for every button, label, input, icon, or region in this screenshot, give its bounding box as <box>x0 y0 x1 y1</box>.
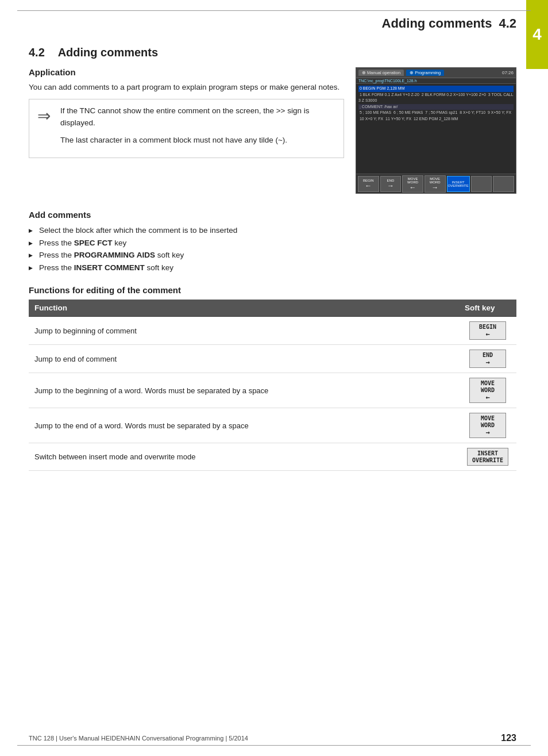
table-row: Jump to end of comment END → <box>29 345 516 373</box>
screen-softkey-insert[interactable]: INSERTOVERWRITE <box>447 176 470 192</box>
softkey-begin: BEGIN ← <box>469 321 506 340</box>
add-comments-list: Select the block after which the comment… <box>29 224 516 274</box>
list-item-1: Select the block after which the comment… <box>29 224 516 237</box>
page-border-bottom <box>17 745 531 746</box>
code-line: 5 ; 100 ME FMAS <box>358 110 391 114</box>
list-item-4: Press the INSERT COMMENT soft key <box>29 262 516 274</box>
footer-text: TNC 128 | User's Manual HEIDENHAIN Conve… <box>29 735 248 742</box>
functions-section: Functions for editing of the comment Fun… <box>29 285 516 471</box>
page-header: Adding comments 4.2 <box>29 16 516 31</box>
softkey-cell-2: END → <box>459 345 516 373</box>
code-line: 1 BLK FORM 0.1 Z Ax4 Y+0 Z-20 <box>358 93 419 97</box>
function-desc-3: Jump to the beginning of a word. Words m… <box>29 373 459 408</box>
footer-page: 123 <box>501 733 516 743</box>
screen-tab-manual: ⊕ Manual operation <box>358 70 404 76</box>
application-section: Application You can add comments to a pa… <box>29 67 516 194</box>
softkey-begin-label: BEGIN <box>479 324 496 330</box>
softkey-begin-arrow: ← <box>485 331 489 337</box>
screen-softkey-empty2 <box>493 176 514 192</box>
screen-softkey-moveword-left[interactable]: MOVEWORD← <box>402 175 423 193</box>
function-desc-5: Switch between insert mode and overwrite… <box>29 443 459 471</box>
screen-tab-programming: ⊕ Programming <box>406 70 444 76</box>
screen-softkey-end[interactable]: END→ <box>380 176 402 192</box>
screen-softkey-moveword-right[interactable]: MOVEWORD→ <box>424 175 446 193</box>
code-line: 7 ; 50 FMAS sp21 <box>424 110 457 114</box>
softkey-end-label: END <box>483 352 493 358</box>
header-section: 4.2 <box>499 16 516 31</box>
code-line: 11 Y+50 Y; FX <box>384 117 411 121</box>
col-softkey: Soft key <box>459 300 516 317</box>
spec-fct-label: SPEC FCT <box>74 239 113 247</box>
table-header-row: Function Soft key <box>29 300 516 317</box>
softkey-move-label2: MOVE <box>481 415 495 421</box>
softkey-move-label: MOVE <box>481 380 495 386</box>
code-line: 10 X+0 Y; FX <box>358 117 383 121</box>
add-comments-section: Add comments Select the block after whic… <box>29 210 516 274</box>
function-desc-4: Jump to the end of a word. Words must be… <box>29 408 459 443</box>
note-arrow-icon: ⇒ <box>37 105 53 152</box>
screen-code: 0 BEGIN PGM 2,128 MM 1 BLK FORM 0.1 Z Ax… <box>356 84 516 159</box>
code-line: 8 X+0 Y; FT10 <box>458 110 485 114</box>
application-heading: Application <box>29 67 344 77</box>
section-number: 4.2 <box>29 46 45 59</box>
header-title: Adding comments <box>382 16 492 31</box>
softkey-overwrite-label: OVERWRITE <box>472 457 503 463</box>
screen-simulation: ⊕ Manual operation ⊕ Programming 07:26 T… <box>356 67 516 194</box>
softkey-moveword-left-arrow: ← <box>485 394 489 401</box>
softkey-word-label2: WORD <box>481 422 495 428</box>
functions-heading: Functions for editing of the comment <box>29 285 516 295</box>
functions-table: Function Soft key Jump to beginning of c… <box>29 300 516 471</box>
softkey-moveword-right: MOVE WORD → <box>469 413 506 438</box>
screen-softkey-begin[interactable]: BEGIN← <box>358 176 379 192</box>
note-box: ⇒ If the TNC cannot show the entire comm… <box>29 99 344 158</box>
note-line2: The last character in a comment block mu… <box>60 135 335 146</box>
function-desc-2: Jump to end of comment <box>29 345 459 373</box>
softkey-cell-5: INSERT OVERWRITE <box>459 443 516 471</box>
screen-softkey-empty1 <box>471 176 492 192</box>
softkey-end-arrow: → <box>485 359 489 366</box>
code-line: 12 END PGM 2_128 MM <box>412 117 458 121</box>
application-paragraph: You can add comments to a part program t… <box>29 82 344 93</box>
softkey-cell-1: BEGIN ← <box>459 317 516 345</box>
section-title: Adding comments <box>58 46 158 59</box>
chapter-number: 4 <box>532 25 542 44</box>
page-border-top <box>17 10 531 11</box>
section-heading: 4.2 Adding comments <box>29 46 516 59</box>
code-line-selected: 0 BEGIN PGM 2,128 MM <box>358 86 514 92</box>
page-footer: TNC 128 | User's Manual HEIDENHAIN Conve… <box>29 733 516 743</box>
table-row: Jump to the beginning of a word. Words m… <box>29 373 516 408</box>
col-function: Function <box>29 300 459 317</box>
screen-footer: BEGIN← END→ MOVEWORD← MOVEWORD→ INSERTOV… <box>356 174 516 193</box>
application-text: Application You can add comments to a pa… <box>29 67 344 194</box>
code-line: 2 BLK FORM 0.2 X+100 Y+100 Z+0 <box>420 93 486 97</box>
softkey-end: END → <box>469 350 506 368</box>
list-item-3: Press the PROGRAMMING AIDS soft key <box>29 249 516 262</box>
code-line: 6 ; 50 ME FMAS <box>392 110 423 114</box>
softkey-cell-4: MOVE WORD → <box>459 408 516 443</box>
content-area: 4.2 Adding comments Application You can … <box>29 46 516 471</box>
table-row: Switch between insert mode and overwrite… <box>29 443 516 471</box>
softkey-moveword-left: MOVE WORD ← <box>469 378 506 403</box>
softkey-insert-overwrite: INSERT OVERWRITE <box>467 448 508 466</box>
screen-path: TNC:\nc_prog\TNC100LE_128.h <box>356 78 516 84</box>
softkey-insert-label: INSERT <box>477 450 498 456</box>
code-line-comment: ; COMMENT: /hax ar/ <box>358 104 514 110</box>
list-item-2: Press the SPEC FCT key <box>29 237 516 250</box>
table-row: Jump to the end of a word. Words must be… <box>29 408 516 443</box>
softkey-word-label: WORD <box>481 387 495 393</box>
add-comments-heading: Add comments <box>29 210 516 220</box>
screen-time: 07:26 <box>502 70 514 75</box>
screen-header: ⊕ Manual operation ⊕ Programming 07:26 <box>356 68 516 78</box>
note-line1: If the TNC cannot show the entire commen… <box>60 105 335 129</box>
screenshot-panel: ⊕ Manual operation ⊕ Programming 07:26 T… <box>356 67 516 194</box>
softkey-cell-3: MOVE WORD ← <box>459 373 516 408</box>
table-row: Jump to beginning of comment BEGIN ← <box>29 317 516 345</box>
code-line: 9 X+50 Y; FX <box>487 110 511 114</box>
function-desc-1: Jump to beginning of comment <box>29 317 459 345</box>
programming-aids-label: PROGRAMMING AIDS <box>74 251 155 259</box>
insert-comment-label: INSERT COMMENT <box>74 263 145 272</box>
softkey-moveword-right-arrow: → <box>485 429 489 436</box>
note-text: If the TNC cannot show the entire commen… <box>60 105 335 152</box>
